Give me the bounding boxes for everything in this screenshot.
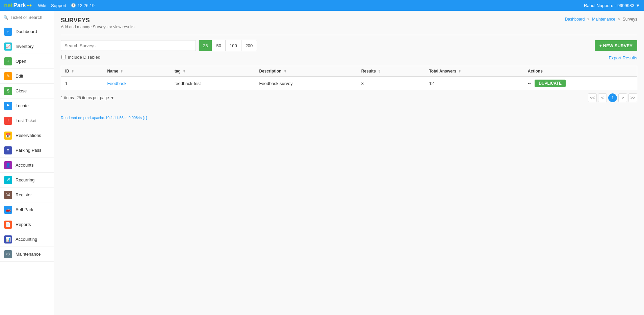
sidebar-label-dashboard: Dashboard: [16, 29, 37, 34]
include-disabled-row: Include Disabled: [61, 55, 100, 60]
clock-time: 12:26:19: [77, 3, 95, 8]
logo[interactable]: netPark✦✦: [4, 2, 32, 9]
table-head: ID ⇕ Name ⇕ tag ⇕ Description ⇕ Results …: [61, 66, 637, 77]
sidebar-icon-close: $: [4, 87, 12, 95]
sidebar-icon-dashboard: ⌂: [4, 28, 12, 36]
cell-description: Feedback survey: [255, 77, 357, 90]
sidebar-label-self-park: Self Park: [16, 207, 33, 212]
page-prev-btn[interactable]: <: [598, 93, 607, 102]
render-info: Rendered on prod-apache-10-1-11-56 in 0.…: [61, 116, 147, 120]
sidebar-item-dashboard[interactable]: ⌂ Dashboard: [0, 24, 54, 39]
sidebar-icon-inventory: 📈: [4, 42, 12, 51]
sidebar-item-recurring[interactable]: ↺ Recurring: [0, 173, 54, 188]
col-tag: tag ⇕: [171, 66, 255, 77]
page-last-btn[interactable]: >>: [628, 93, 637, 102]
page-next-btn[interactable]: >: [618, 93, 627, 102]
search-icon: 🔍: [3, 15, 8, 20]
breadcrumb-dashboard[interactable]: Dashboard: [565, 17, 585, 22]
sidebar-icon-recurring: ↺: [4, 176, 12, 184]
sidebar-label-open: Open: [16, 59, 26, 64]
breadcrumb-current: Surveys: [623, 17, 637, 22]
user-info[interactable]: Rahul Nugooru - 9999983 ▼: [584, 3, 640, 8]
sort-desc-icon: ⇕: [284, 69, 286, 73]
per-page-select: 25 items per page ▼: [77, 95, 114, 100]
sidebar-item-close[interactable]: $ Close: [0, 84, 54, 98]
clock: 🕐 12:26:19: [71, 3, 95, 8]
sidebar-item-reports[interactable]: 📄 Reports: [0, 217, 54, 232]
sidebar-label-edit: Edit: [16, 74, 23, 79]
page-1-btn[interactable]: 1: [608, 93, 617, 102]
sidebar-item-inventory[interactable]: 📈 Inventory: [0, 39, 54, 54]
sidebar-item-reservations[interactable]: 📅 Reservations: [0, 128, 54, 143]
wiki-link[interactable]: Wiki: [38, 3, 46, 8]
logo-park: Park: [14, 2, 26, 9]
sidebar-item-register[interactable]: 🏛 Register: [0, 188, 54, 202]
footer: Rendered on prod-apache-10-1-11-56 in 0.…: [61, 112, 637, 120]
support-link[interactable]: Support: [51, 3, 67, 8]
per-page-50[interactable]: 50: [212, 40, 225, 51]
breadcrumb-maintenance[interactable]: Maintenance: [592, 17, 615, 22]
include-disabled-label: Include Disabled: [68, 55, 100, 60]
sidebar-label-reports: Reports: [16, 222, 31, 227]
sidebar-label-register: Register: [16, 192, 32, 197]
sidebar-icon-register: 🏛: [4, 191, 12, 199]
sidebar-icon-maintenance: ⚙: [4, 250, 12, 258]
col-id: ID ⇕: [61, 66, 103, 77]
sort-tag-icon: ⇕: [183, 69, 185, 73]
sidebar-item-open[interactable]: + Open: [0, 54, 54, 69]
sidebar-icon-locate: ⚑: [4, 102, 12, 110]
sidebar-item-edit[interactable]: ✎ Edit: [0, 69, 54, 84]
export-results-link[interactable]: Export Results: [609, 55, 637, 60]
duplicate-button[interactable]: DUPLICATE: [535, 80, 566, 87]
search-surveys-input[interactable]: [61, 40, 196, 51]
per-page-100[interactable]: 100: [226, 40, 241, 51]
sidebar-item-parking-pass[interactable]: ≡ Parking Pass: [0, 143, 54, 158]
cell-actions: -- DUPLICATE: [524, 77, 637, 90]
sidebar-item-accounts[interactable]: 👤 Accounts: [0, 158, 54, 173]
sidebar-label-accounts: Accounts: [16, 163, 33, 168]
table-row: 1 Feedback feedback-test Feedback survey…: [61, 77, 637, 90]
sidebar-item-locate[interactable]: ⚑ Locate: [0, 98, 54, 113]
sort-id-icon: ⇕: [71, 69, 74, 73]
sidebar-icon-reports: 📄: [4, 221, 12, 229]
sidebar-item-lost-ticket[interactable]: ! Lost Ticket: [0, 113, 54, 128]
sidebar-icon-reservations: 📅: [4, 132, 12, 140]
top-nav: netPark✦✦ Wiki Support 🕐 12:26:19 Rahul …: [0, 0, 644, 11]
sort-name-icon: ⇕: [120, 69, 123, 73]
col-total-answers: Total Answers ⇕: [425, 66, 523, 77]
actions-dash: --: [528, 81, 531, 86]
cell-name[interactable]: Feedback: [103, 77, 170, 90]
sidebar-icon-edit: ✎: [4, 72, 12, 80]
sidebar-icon-accounting: 📊: [4, 235, 12, 244]
per-page-200[interactable]: 200: [241, 40, 257, 51]
clock-icon: 🕐: [71, 3, 76, 8]
export-results: Export Results: [609, 55, 637, 60]
col-actions: Actions: [524, 66, 637, 77]
page-first-btn[interactable]: <<: [588, 93, 597, 102]
sidebar-label-accounting: Accounting: [16, 237, 37, 242]
logo-stars: ✦✦: [26, 4, 32, 7]
table-header-row: ID ⇕ Name ⇕ tag ⇕ Description ⇕ Results …: [61, 66, 637, 77]
sort-results-icon: ⇕: [378, 69, 381, 73]
sidebar-item-maintenance[interactable]: ⚙ Maintenance: [0, 247, 54, 262]
per-page-25[interactable]: 25: [199, 40, 212, 51]
page-header: SURVEYS Add and manage Surveys or view r…: [61, 17, 134, 29]
cell-total-answers: 12: [425, 77, 523, 90]
sidebar-icon-open: +: [4, 57, 12, 65]
ticket-search-bar: 🔍: [0, 11, 54, 24]
sidebar-icon-lost-ticket: !: [4, 117, 12, 125]
surveys-table: ID ⇕ Name ⇕ tag ⇕ Description ⇕ Results …: [61, 66, 637, 90]
cell-results: 8: [357, 77, 425, 90]
pagination-row: 1 items 25 items per page ▼ << < 1 > >>: [61, 93, 637, 102]
main-content: SURVEYS Add and manage Surveys or view r…: [54, 11, 644, 315]
col-name: Name ⇕: [103, 66, 170, 77]
chevron-down-icon[interactable]: ▼: [110, 95, 114, 100]
new-survey-button[interactable]: + NEW SURVEY: [595, 40, 637, 51]
col-description: Description ⇕: [255, 66, 357, 77]
include-disabled-checkbox[interactable]: [61, 55, 66, 59]
sidebar-item-self-park[interactable]: 🚗 Self Park: [0, 202, 54, 217]
toolbar: 25 50 100 200 + NEW SURVEY: [61, 40, 637, 51]
ticket-search-input[interactable]: [10, 15, 51, 20]
sidebar-item-accounting[interactable]: 📊 Accounting: [0, 232, 54, 247]
per-page-display: 25 items per page: [77, 95, 109, 100]
